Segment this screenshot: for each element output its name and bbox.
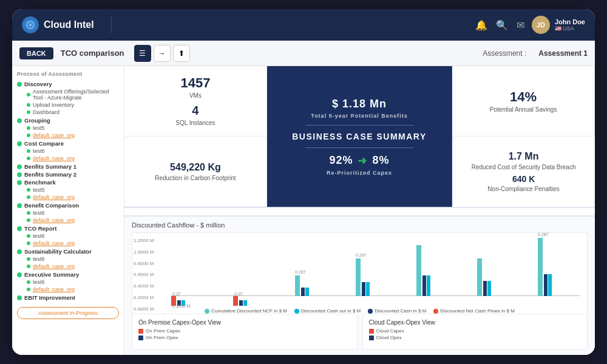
dot-cost-compare xyxy=(17,141,22,146)
sidebar-item-grouping-test5[interactable]: test5 xyxy=(17,124,119,132)
toolbar-icon-group: ☰ → ⬆ xyxy=(134,45,190,62)
sidebar-item-grouping-default[interactable]: default_case_org xyxy=(17,132,119,139)
bar-group-5 xyxy=(416,238,458,306)
user-profile[interactable]: JD John Doe 🇺🇸 USA xyxy=(532,16,585,34)
penalty-value: 640 K xyxy=(512,174,535,184)
sidebar-item-sus-default[interactable]: default_case_org xyxy=(17,263,119,270)
chart-title: Discounted Cashflow - $ million xyxy=(132,221,588,229)
bar-group-7: 0.287 xyxy=(538,238,580,306)
cloud-chart-title: Cloud Capex-Opex View xyxy=(369,319,582,326)
right-panel: 1457 VMs 4 SQL Instances $ 1.18 Mn Total… xyxy=(124,66,595,355)
sidebar-section-benefit-comparison: Benefit Comparison test6 default_case_or… xyxy=(17,202,119,224)
sidebar-section-benchmark: Benchmark test5 default_case_org xyxy=(17,179,119,201)
bar-group-4: 0.287 xyxy=(356,238,398,306)
avatar: JD xyxy=(532,16,550,34)
business-case-banner: $ 1.18 Mn Total 5-year Potential Benefit… xyxy=(267,66,452,207)
vms-value: 1457 xyxy=(180,76,210,90)
sidebar-label-discovery: Discovery xyxy=(24,81,52,87)
arrow-icon: → xyxy=(158,49,166,58)
sidebar-title: Process of Assessment xyxy=(17,71,119,77)
cloud-chart-legend: Cloud Capex Cloud Opex xyxy=(369,328,582,340)
legend-item-2: Discounted Cash out in $ M xyxy=(294,308,361,314)
sidebar-section-benefits2: Benfits Summary 2 xyxy=(17,171,119,178)
user-country: 🇺🇸 USA xyxy=(555,25,585,32)
sidebar-item-exec-default[interactable]: default_case_org xyxy=(17,286,119,293)
sidebar-item-exec-test6[interactable]: test6 xyxy=(17,278,119,286)
logo-icon xyxy=(22,16,39,33)
bar-group-6 xyxy=(477,238,519,306)
legend-dot-1 xyxy=(205,309,209,314)
legend-item-1: Cumulative Discounted NCF in $ M xyxy=(205,308,287,314)
sidebar-section-benefits1: Benfits Summary 1 xyxy=(17,163,119,170)
sql-label: SQL Instances xyxy=(175,120,215,126)
back-button[interactable]: BACK xyxy=(19,47,53,59)
toolbar: BACK TCO comparison ☰ → ⬆ Assessment : A… xyxy=(12,41,595,66)
sidebar-item-upload-inventory[interactable]: Upload Inventory xyxy=(17,101,119,109)
legend-item-4: Discounted Net Cash Flows in $ M xyxy=(433,308,515,314)
sidebar-item-benchmark-test5[interactable]: test5 xyxy=(17,186,119,194)
legend-dot-2 xyxy=(294,309,299,314)
legend-sq-cloud-capex xyxy=(369,329,374,334)
assessment-value: Assessment 1 xyxy=(538,49,588,58)
main-content: Process of Assessment Discovery Assessme… xyxy=(12,66,595,355)
flow-view-button[interactable]: → xyxy=(154,45,171,62)
vms-label: VMs xyxy=(189,92,202,99)
sidebar: Process of Assessment Discovery Assessme… xyxy=(12,66,124,355)
sidebar-item-bc-default[interactable]: default_case_org xyxy=(17,217,119,224)
list-view-button[interactable]: ☰ xyxy=(134,45,151,62)
sidebar-section-discovery: Discovery Assessment Offerings/Selected … xyxy=(17,81,119,116)
sidebar-item-sus-test6[interactable]: test6 xyxy=(17,255,119,263)
assessment-label: Assessment : xyxy=(483,49,526,58)
metric-security: 1.7 Mn Reduced Cost of Security Data Bre… xyxy=(452,136,595,207)
sidebar-section-sustainability: Sustainability Calculator test6 default_… xyxy=(17,248,119,270)
sidebar-item-benchmark-default[interactable]: default_case_org xyxy=(17,194,119,201)
search-icon[interactable]: 🔍 xyxy=(496,19,508,31)
savings-value: 14% xyxy=(510,90,537,104)
bar-group-3: 0.287 xyxy=(295,238,337,306)
sidebar-section-grouping: Grouping test5 default_case_org xyxy=(17,117,119,139)
chart-area: Discounted Cashflow - $ million 1.2000 M… xyxy=(124,217,595,314)
page-title: TCO comparison xyxy=(61,49,124,58)
chart-legend: Cumulative Discounted NCF in $ M Discoun… xyxy=(140,308,580,314)
bar-group-1: -0.07 -0.2000 M xyxy=(171,238,213,306)
legend-row-cloud-opex: Cloud Opex xyxy=(369,335,582,340)
sidebar-section-cost-compare: Cost Compare test6 default_case_org xyxy=(17,140,119,162)
legend-item-3: Discounted Cash in $ M xyxy=(368,308,426,314)
sidebar-item-dashboard[interactable]: Dashboard xyxy=(17,109,119,116)
security-label: Reduced Cost of Security Data Breach xyxy=(472,164,576,170)
nav-icons: 🔔 🔍 ✉ xyxy=(475,19,524,31)
metric-savings: 14% Potential Annual Savings xyxy=(452,66,595,136)
metrics-grid: 1457 VMs 4 SQL Instances $ 1.18 Mn Total… xyxy=(124,66,595,208)
sidebar-item-cost-default[interactable]: default_case_org xyxy=(17,155,119,162)
sidebar-item-cost-test6[interactable]: test6 xyxy=(17,147,119,155)
carbon-label: Reduction in Carbon Footprint xyxy=(155,175,236,181)
bell-icon[interactable]: 🔔 xyxy=(475,19,487,31)
legend-row-onprem-capex: On Prem Capex xyxy=(138,328,351,334)
bottom-chart-onprem: On Premise Capex-Opex View On Prem Capex… xyxy=(132,314,358,350)
bars-area: -0.07 -0.2000 M -0.07 xyxy=(171,238,580,306)
bar-group-2: -0.07 xyxy=(233,238,275,306)
sidebar-item-tco-default[interactable]: default_case_org xyxy=(17,240,119,247)
top-navigation: Cloud Intel 🔔 🔍 ✉ JD John Doe 🇺🇸 USA xyxy=(12,9,595,41)
user-info: John Doe 🇺🇸 USA xyxy=(555,18,585,32)
user-name: John Doe xyxy=(555,18,585,25)
chart-y-labels: 1.2000 M 1.0000 M 0.8000 M 0.6000 M 0.40… xyxy=(134,238,155,314)
legend-sq-onprem-opex xyxy=(138,335,143,340)
savings-label: Potential Annual Savings xyxy=(490,106,557,113)
legend-row-cloud-capex: Cloud Capex xyxy=(369,328,582,334)
sidebar-item-assessment-offerings[interactable]: Assessment Offerings/Selected Tool - Azu… xyxy=(17,88,119,101)
app-logo: Cloud Intel xyxy=(22,16,94,33)
sidebar-item-tco-test6[interactable]: test6 xyxy=(17,232,119,240)
list-icon: ☰ xyxy=(139,49,146,58)
svg-point-1 xyxy=(29,24,32,26)
mail-icon[interactable]: ✉ xyxy=(517,19,524,31)
assessment-status-button[interactable]: Assessment In-Progress xyxy=(17,307,119,319)
onprem-chart-title: On Premise Capex-Opex View xyxy=(138,319,351,326)
legend-row-onprem-opex: On Prem Opex xyxy=(138,335,351,340)
chart-view-button[interactable]: ⬆ xyxy=(173,45,190,62)
sidebar-item-bc-test6[interactable]: test6 xyxy=(17,209,119,217)
bar-chart: 1.2000 M 1.0000 M 0.8000 M 0.6000 M 0.40… xyxy=(132,232,588,314)
dot-discovery xyxy=(17,82,22,87)
onprem-chart-legend: On Prem Capex On Prem Opex xyxy=(138,328,351,340)
sidebar-section-ebit: EBIT Improvement xyxy=(17,294,119,301)
